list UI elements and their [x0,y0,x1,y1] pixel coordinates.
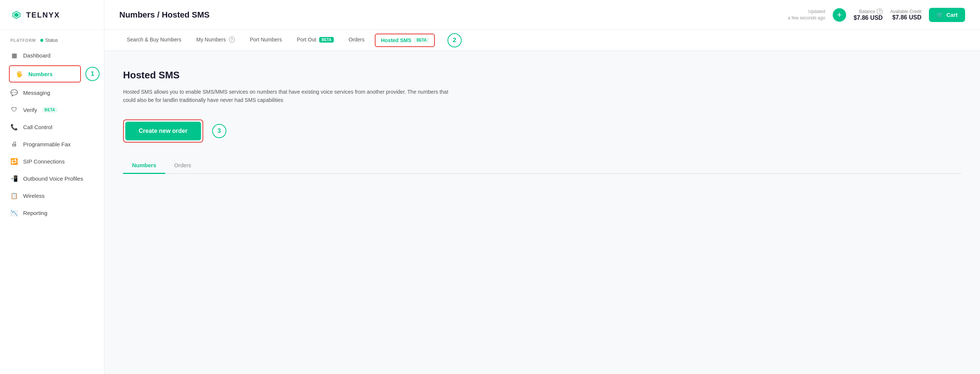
call-control-icon: 📞 [10,123,18,131]
cart-label: Cart [947,11,958,18]
fax-icon: 🖨 [10,140,18,148]
sidebar-item-label: SIP Connections [23,158,65,165]
platform-label: PLATFORM [10,38,36,43]
status-dot [40,39,43,42]
balance-help-icon[interactable]: ? [877,9,883,14]
sub-tab-label: Orders [174,162,191,168]
header: Numbers / Hosted SMS Updated a few secon… [104,0,980,30]
tab-label: My Numbers [196,37,226,43]
sidebar-item-outbound-voice[interactable]: 📲 Outbound Voice Profiles [0,170,104,187]
create-order-btn-wrapper: Create new order [123,120,203,142]
tab-label: Hosted SMS [381,37,411,43]
verify-icon: 🛡 [10,106,18,113]
content-description: Hosted SMS allows you to enable SMS/MMS … [123,88,459,104]
sip-icon: 🔁 [10,158,18,165]
sidebar-item-programmable-fax[interactable]: 🖨 Programmable Fax [0,136,104,153]
status-badge: Status [40,38,58,43]
content-title: Hosted SMS [123,69,961,81]
tab-port-numbers[interactable]: Port Numbers [242,30,290,51]
updated-time: a few seconds ago [788,15,825,21]
circle-1: 1 [85,67,100,81]
telnyx-logo-icon [10,9,22,21]
logo-text: TELNYX [26,11,60,19]
add-icon: + [837,10,842,20]
create-order-row: Create new order 3 [123,120,961,142]
content-area: Hosted SMS Hosted SMS allows you to enab… [104,51,980,374]
sub-tabs: Numbers Orders [123,158,961,174]
updated-info: Updated a few seconds ago [788,9,825,21]
tab-label: Port Numbers [250,37,282,43]
messaging-icon: 💬 [10,89,18,96]
tab-label: Search & Buy Numbers [127,37,181,43]
credit-section: Available Credit $7.86 USD [890,9,921,21]
sidebar-item-numbers[interactable]: 🖐 Numbers [9,66,81,83]
status-label: Status [45,38,58,43]
sidebar-item-call-control[interactable]: 📞 Call Control [0,118,104,136]
sidebar: TELNYX PLATFORM Status ▦ Dashboard 🖐 Num… [0,0,104,374]
balance-value: $7.86 USD [854,14,883,21]
tab-search-buy[interactable]: Search & Buy Numbers [119,30,189,51]
sidebar-item-wireless[interactable]: 📋 Wireless [0,187,104,204]
add-button[interactable]: + [833,8,846,22]
sidebar-item-label: Verify [23,107,37,113]
sidebar-item-dashboard[interactable]: ▦ Dashboard [0,47,104,64]
sidebar-item-label: Reporting [23,210,47,216]
reporting-icon: 📉 [10,209,18,216]
tab-port-out[interactable]: Port Out Beta [290,30,341,51]
header-right: Updated a few seconds ago + Balance ? $7… [788,8,965,22]
sidebar-item-label: Dashboard [23,52,50,59]
sidebar-item-reporting[interactable]: 📉 Reporting [0,204,104,221]
credit-label: Available Credit [890,9,921,14]
credit-value: $7.86 USD [892,14,921,21]
balance-label: Balance [859,9,875,14]
updated-label: Updated [788,9,825,15]
verify-beta-badge: BETA [43,107,57,113]
cart-icon: 🛒 [936,11,943,18]
tab-label: Orders [348,37,365,43]
tab-orders[interactable]: Orders [341,30,372,51]
sidebar-item-label: Wireless [23,193,45,199]
wireless-icon: 📋 [10,192,18,199]
circle-2: 2 [447,33,462,47]
circle-3: 3 [212,124,226,138]
tabs-bar: Search & Buy Numbers My Numbers ? Port N… [104,30,980,51]
tab-label: Port Out [297,37,316,43]
hosted-sms-beta-badge: Beta [414,37,428,43]
sub-tab-numbers[interactable]: Numbers [123,158,165,174]
tab-hosted-sms[interactable]: Hosted SMS Beta [375,34,434,47]
sidebar-item-messaging[interactable]: 💬 Messaging [0,84,104,101]
cart-button[interactable]: 🛒 Cart [929,8,965,22]
sidebar-item-verify[interactable]: 🛡 Verify BETA [0,101,104,118]
sidebar-item-label: Programmable Fax [23,141,71,147]
dashboard-icon: ▦ [10,51,18,59]
numbers-icon: 🖐 [16,70,23,78]
tab-my-numbers[interactable]: My Numbers ? [189,30,242,51]
my-numbers-help-icon[interactable]: ? [229,37,235,43]
sidebar-item-label: Call Control [23,124,52,130]
sub-tab-orders[interactable]: Orders [165,158,200,174]
main-content-area: Numbers / Hosted SMS Updated a few secon… [104,0,980,374]
platform-header: PLATFORM Status [0,30,104,47]
create-order-button[interactable]: Create new order [125,121,201,140]
sidebar-item-label: Outbound Voice Profiles [23,176,83,182]
port-out-beta-badge: Beta [319,37,333,43]
outbound-voice-icon: 📲 [10,175,18,182]
page-title: Numbers / Hosted SMS [119,10,210,20]
sidebar-item-label: Messaging [23,90,50,96]
sidebar-item-label: Numbers [28,71,52,77]
sub-tab-label: Numbers [132,162,156,168]
sidebar-logo: TELNYX [0,0,104,30]
balance-section: Balance ? $7.86 USD [854,9,883,21]
sidebar-item-sip-connections[interactable]: 🔁 SIP Connections [0,153,104,170]
